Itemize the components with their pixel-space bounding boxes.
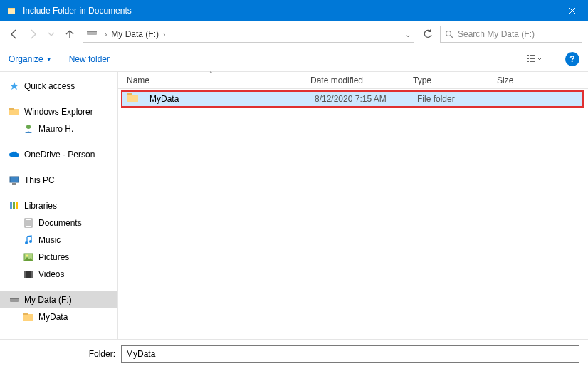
svg-rect-32: [10, 298, 19, 299]
refresh-button[interactable]: [419, 26, 436, 43]
dropdown-icon: ▼: [46, 56, 52, 63]
sidebar-onedrive[interactable]: OneDrive - Person: [0, 146, 117, 163]
music-icon: [23, 234, 34, 246]
svg-point-27: [26, 255, 28, 257]
svg-rect-15: [10, 177, 19, 182]
svg-rect-34: [23, 313, 28, 315]
drive-icon: [86, 28, 98, 40]
address-dropdown-icon[interactable]: ⌄: [405, 31, 411, 38]
svg-rect-30: [31, 271, 33, 278]
svg-point-24: [25, 241, 28, 244]
title-bar: Include Folder in Documents: [0, 0, 588, 21]
help-button[interactable]: ?: [565, 52, 579, 66]
label: Documents: [38, 218, 82, 228]
window-title: Include Folder in Documents: [23, 6, 556, 16]
sidebar-this-pc[interactable]: This PC: [0, 172, 117, 189]
folder-icon: [23, 311, 34, 323]
label: Libraries: [24, 201, 57, 211]
pc-icon: [9, 175, 20, 186]
svg-rect-9: [530, 58, 535, 59]
column-header-modified[interactable]: Date modified: [302, 76, 404, 85]
sidebar-quick-access[interactable]: Quick access: [0, 78, 117, 95]
svg-rect-19: [16, 202, 18, 209]
breadcrumb-drive[interactable]: My Data (F:): [110, 29, 160, 39]
svg-rect-10: [527, 61, 529, 62]
sidebar-libraries[interactable]: Libraries: [0, 197, 117, 214]
svg-rect-18: [13, 202, 15, 209]
bottom-panel: Folder: Include folder Cancel: [0, 339, 588, 369]
svg-rect-0: [8, 8, 15, 9]
folder-input[interactable]: [121, 345, 579, 363]
svg-rect-29: [24, 271, 26, 278]
svg-rect-1: [8, 9, 15, 14]
label: Windows Explorer: [24, 107, 93, 117]
svg-rect-13: [9, 108, 14, 110]
chevron-right-icon: ›: [102, 31, 110, 38]
column-header-type[interactable]: Type: [404, 76, 488, 85]
star-icon: [9, 80, 20, 92]
back-button[interactable]: [6, 26, 23, 43]
sidebar-documents[interactable]: Documents: [0, 214, 117, 232]
folder-icon: [9, 106, 20, 118]
organize-label: Organize: [9, 54, 43, 64]
svg-rect-11: [530, 61, 535, 62]
view-options-button[interactable]: [520, 51, 548, 67]
label: Mauro H.: [38, 124, 73, 134]
svg-rect-8: [527, 58, 529, 59]
search-icon: [445, 30, 453, 38]
chevron-right-icon: ›: [160, 31, 168, 38]
label: MyData: [38, 312, 68, 322]
svg-rect-6: [527, 55, 529, 56]
user-icon: [23, 123, 34, 135]
file-modified: 8/12/2020 7:15 AM: [308, 94, 410, 104]
label: Pictures: [38, 252, 69, 262]
forward-button[interactable]: [24, 26, 41, 43]
new-folder-label: New folder: [69, 54, 110, 64]
column-headers: ˄ Name Date modified Type Size: [118, 72, 588, 89]
label: My Data (F:): [24, 295, 72, 305]
file-row[interactable]: MyData 8/12/2020 7:15 AM File folder: [121, 90, 584, 108]
label: This PC: [24, 175, 55, 185]
toolbar: Organize ▼ New folder ?: [0, 47, 588, 71]
sidebar-mydata-folder[interactable]: MyData: [0, 308, 117, 326]
search-input[interactable]: [458, 29, 577, 39]
sort-indicator-icon: ˄: [209, 71, 213, 78]
up-button[interactable]: [61, 26, 78, 43]
svg-point-14: [26, 125, 31, 129]
close-button[interactable]: [556, 0, 588, 21]
svg-line-5: [451, 36, 453, 38]
sidebar-mydata-drive[interactable]: My Data (F:): [0, 291, 117, 308]
main-area: Quick access Windows Explorer Mauro H. O…: [0, 71, 588, 339]
folder-input-row: Folder:: [9, 345, 579, 363]
sidebar-videos[interactable]: Videos: [0, 266, 117, 283]
navigation-pane[interactable]: Quick access Windows Explorer Mauro H. O…: [0, 72, 118, 339]
recent-locations-button[interactable]: [43, 26, 60, 43]
svg-point-25: [29, 240, 32, 243]
folder-label: Folder:: [9, 349, 115, 359]
file-type: File folder: [410, 94, 494, 104]
svg-rect-17: [10, 202, 12, 209]
address-bar[interactable]: › My Data (F:) › ⌄: [83, 26, 414, 43]
svg-rect-12: [9, 109, 19, 115]
libraries-icon: [9, 200, 20, 212]
svg-rect-16: [12, 183, 16, 184]
drive-icon: [9, 294, 20, 306]
new-folder-button[interactable]: New folder: [69, 54, 110, 64]
svg-point-4: [446, 31, 451, 36]
cloud-icon: [9, 149, 20, 160]
document-icon: [23, 217, 34, 229]
svg-rect-35: [127, 95, 138, 102]
label: Music: [38, 235, 61, 245]
organize-button[interactable]: Organize ▼: [9, 54, 52, 64]
sidebar-user[interactable]: Mauro H.: [0, 120, 117, 137]
search-box[interactable]: [440, 26, 582, 43]
sidebar-windows-explorer[interactable]: Windows Explorer: [0, 103, 117, 120]
svg-rect-7: [530, 55, 535, 56]
sidebar-music[interactable]: Music: [0, 232, 117, 249]
svg-rect-33: [23, 314, 33, 321]
column-header-size[interactable]: Size: [488, 76, 588, 85]
sidebar-pictures[interactable]: Pictures: [0, 249, 117, 266]
app-icon: [6, 5, 17, 16]
label: Videos: [38, 269, 64, 279]
file-name: MyData: [142, 94, 308, 104]
